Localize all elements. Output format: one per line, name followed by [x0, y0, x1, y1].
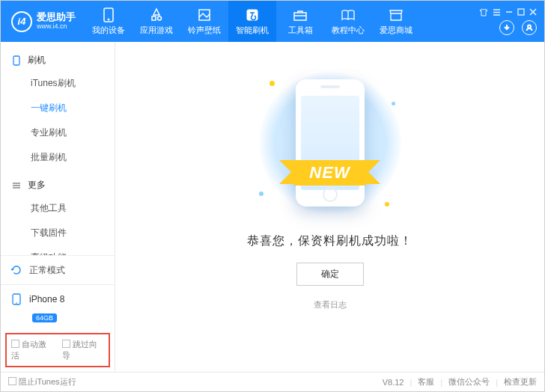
- sidebar-item-onekey[interactable]: 一键刷机: [1, 96, 115, 120]
- device-name: iPhone 8: [29, 294, 64, 304]
- svg-point-1: [108, 19, 109, 20]
- prevent-itunes-checkbox[interactable]: 阻止iTunes运行: [8, 376, 76, 388]
- nav-games[interactable]: 应用游戏: [133, 1, 180, 42]
- sidebar-group-flash: 刷机: [1, 49, 115, 71]
- logo-badge-icon: i4: [11, 11, 32, 32]
- sidebar-item-label: 下载固件: [31, 227, 67, 238]
- nav-device[interactable]: 我的设备: [85, 1, 133, 42]
- success-message: 恭喜您，保资料刷机成功啦！: [247, 233, 412, 249]
- logo-subtitle: www.i4.cn: [37, 23, 76, 31]
- phone-graphic: [296, 79, 365, 206]
- wechat-link[interactable]: 微信公众号: [448, 376, 490, 388]
- logo: i4 爱思助手 www.i4.cn: [1, 1, 85, 42]
- auto-activate-checkbox[interactable]: 自动激活: [11, 339, 53, 361]
- sidebar-item-adv[interactable]: 高级功能: [1, 245, 115, 255]
- body: 刷机 iTunes刷机 一键刷机 专业刷机 批量刷机 更多 其他工具 下载固件 …: [1, 42, 544, 372]
- checkbox-label: 阻止iTunes运行: [19, 377, 76, 386]
- maximize-icon[interactable]: [517, 8, 525, 17]
- svg-point-7: [528, 25, 531, 28]
- svg-point-2: [158, 16, 162, 20]
- sidebar-group-title: 刷机: [28, 54, 46, 67]
- user-icon[interactable]: [522, 20, 537, 35]
- nav-label: 铃声壁纸: [188, 25, 221, 36]
- checkbox-icon: [11, 340, 19, 348]
- minimize-icon[interactable]: [505, 8, 513, 17]
- main-panel: NEW 恭喜您，保资料刷机成功啦！ 确定 查看日志: [115, 42, 544, 372]
- toolbox-icon: [293, 7, 308, 22]
- apps-icon: [149, 7, 164, 22]
- mode-block[interactable]: 正常模式: [1, 255, 115, 284]
- new-ribbon: NEW: [294, 160, 365, 186]
- nav-label: 智能刷机: [236, 25, 269, 36]
- sidebar-item-fw[interactable]: 下载固件: [1, 221, 115, 245]
- nav-label: 我的设备: [92, 25, 125, 36]
- checkbox-icon: [62, 340, 70, 348]
- menu-icon[interactable]: [493, 8, 501, 18]
- more-icon: [11, 181, 22, 190]
- sidebar-item-label: 其他工具: [31, 203, 67, 213]
- device-block[interactable]: iPhone 8 64GB: [1, 284, 115, 330]
- sidebar-item-label: 一键刷机: [31, 102, 67, 113]
- logo-badge-text: i4: [18, 16, 26, 27]
- nav-label: 教程中心: [332, 25, 365, 36]
- wallpaper-icon: [197, 7, 212, 22]
- nav-tutorial[interactable]: 教程中心: [324, 1, 372, 42]
- sidebar-item-label: 批量刷机: [31, 152, 67, 162]
- device-small-icon: [10, 293, 23, 306]
- app-window: i4 爱思助手 www.i4.cn 我的设备 应用游戏 铃声壁纸 智能刷机: [0, 0, 545, 392]
- refresh-icon: [10, 263, 23, 277]
- check-update-link[interactable]: 检查更新: [504, 376, 537, 388]
- success-illustration: NEW: [244, 72, 416, 214]
- svg-rect-8: [13, 56, 19, 65]
- sidebar-item-pro[interactable]: 专业刷机: [1, 120, 115, 145]
- sidebar-item-other[interactable]: 其他工具: [1, 196, 115, 221]
- svg-rect-5: [294, 13, 306, 20]
- close-icon[interactable]: [529, 8, 537, 17]
- download-icon[interactable]: [499, 20, 514, 35]
- nav-tools[interactable]: 工具箱: [276, 1, 324, 42]
- status-bar: 阻止iTunes运行 V8.12 | 客服 | 微信公众号 | 检查更新: [1, 372, 544, 391]
- svg-point-10: [16, 302, 17, 304]
- tshirt-icon[interactable]: [479, 8, 488, 18]
- titlebar: i4 爱思助手 www.i4.cn 我的设备 应用游戏 铃声壁纸 智能刷机: [1, 1, 544, 42]
- options-row: 自动激活 跳过向导: [5, 333, 110, 367]
- checkbox-icon: [8, 377, 16, 385]
- ok-button[interactable]: 确定: [296, 263, 364, 286]
- book-icon: [341, 7, 356, 22]
- window-controls: [479, 7, 544, 35]
- sidebar-item-itunes[interactable]: iTunes刷机: [1, 71, 115, 96]
- sidebar-item-label: iTunes刷机: [31, 78, 76, 88]
- nav-ring[interactable]: 铃声壁纸: [180, 1, 228, 42]
- nav-label: 爱思商城: [380, 25, 412, 36]
- phone-small-icon: [11, 55, 22, 66]
- nav-mall[interactable]: 爱思商城: [372, 1, 420, 42]
- support-link[interactable]: 客服: [418, 376, 434, 388]
- logo-title: 爱思助手: [37, 12, 76, 22]
- sidebar: 刷机 iTunes刷机 一键刷机 专业刷机 批量刷机 更多 其他工具 下载固件 …: [1, 42, 115, 372]
- mode-label: 正常模式: [29, 264, 65, 277]
- nav-label: 工具箱: [288, 25, 313, 36]
- device-storage-badge: 64GB: [32, 313, 57, 322]
- view-log-link[interactable]: 查看日志: [314, 299, 347, 310]
- flash-icon: [245, 7, 260, 22]
- nav-flash[interactable]: 智能刷机: [228, 1, 276, 42]
- device-icon: [101, 7, 116, 22]
- version-label: V8.12: [383, 378, 404, 387]
- store-icon: [389, 7, 404, 22]
- sidebar-item-label: 专业刷机: [31, 127, 67, 138]
- sidebar-item-batch[interactable]: 批量刷机: [1, 145, 115, 170]
- skip-wizard-checkbox[interactable]: 跳过向导: [62, 339, 104, 361]
- main-nav: 我的设备 应用游戏 铃声壁纸 智能刷机 工具箱 教程中心: [85, 1, 420, 42]
- sidebar-group-title: 更多: [28, 179, 46, 192]
- svg-rect-6: [518, 9, 524, 15]
- nav-label: 应用游戏: [140, 25, 173, 36]
- sidebar-group-more: 更多: [1, 174, 115, 196]
